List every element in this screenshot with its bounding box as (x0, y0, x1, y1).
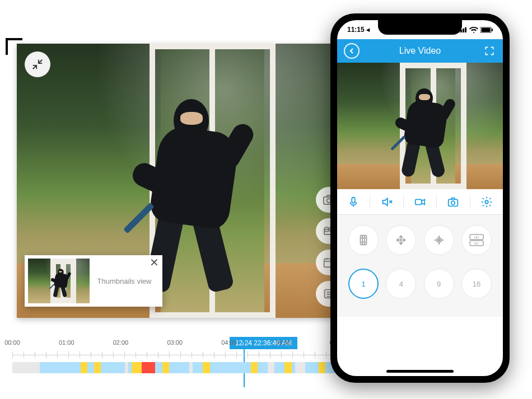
tick-label: 04:00 (221, 339, 237, 353)
mute-button[interactable] (370, 196, 403, 208)
svg-rect-12 (482, 27, 491, 32)
playback-button[interactable] (348, 225, 379, 255)
grid-option-4[interactable]: 4 (386, 269, 416, 299)
timeline-events[interactable] (12, 362, 353, 373)
control-panel: HDSD 14916 (337, 215, 503, 317)
ptz-button[interactable] (386, 225, 416, 255)
svg-point-20 (400, 239, 402, 241)
phone-device: 11:15 ◂ Live Video (330, 13, 510, 383)
tick-label: 00:00 (4, 339, 20, 353)
thumbnail-popup: Thumbnails view ✕ (25, 255, 162, 307)
svg-text:SD: SD (474, 242, 479, 245)
page-title: Live Video (337, 46, 503, 56)
timeline-track (12, 355, 353, 355)
status-indicators (458, 27, 493, 33)
snapshot-button[interactable] (437, 196, 470, 208)
phone-screen: 11:15 ◂ Live Video (337, 20, 503, 376)
grid-row: 14916 (348, 269, 492, 299)
close-icon[interactable]: ✕ (148, 256, 160, 269)
event-segment-yellow[interactable] (284, 362, 291, 373)
thumbnail-image[interactable] (28, 259, 90, 303)
tick-label: 03:00 (167, 339, 183, 353)
status-time: 11:15 ◂ (347, 26, 370, 34)
settings-button[interactable] (470, 196, 503, 208)
event-segment-yellow[interactable] (251, 362, 258, 373)
event-segment-yellow[interactable] (162, 362, 169, 373)
event-segment-red[interactable] (142, 362, 155, 373)
mic-button[interactable] (337, 196, 370, 208)
svg-rect-14 (352, 197, 355, 203)
svg-rect-19 (361, 236, 367, 245)
svg-rect-13 (492, 29, 493, 31)
tick-label: 05:00 (276, 339, 291, 353)
phone-notch (378, 20, 462, 35)
svg-point-22 (438, 240, 440, 241)
tick-label: 02:00 (113, 339, 129, 353)
svg-rect-15 (416, 199, 422, 204)
svg-rect-16 (449, 199, 458, 206)
record-button[interactable] (404, 196, 437, 208)
app-header: Live Video (337, 39, 503, 63)
fullscreen-icon[interactable] (483, 44, 496, 58)
video-toolbar (337, 189, 503, 215)
grid-option-9[interactable]: 9 (424, 269, 454, 299)
event-segment-yellow[interactable] (203, 362, 209, 373)
desktop-player: Thumbnails view ✕ 12/24 22:36:40 AM 00:0… (6, 39, 360, 373)
preset-button[interactable] (424, 225, 454, 255)
event-segment-yellow[interactable] (319, 362, 325, 373)
quality-button[interactable]: HDSD (461, 225, 492, 255)
battery-icon (480, 27, 493, 33)
timeline-ticks: 00:0001:0002:0003:0004:0005:0006:00 (12, 339, 353, 353)
event-segment-yellow[interactable] (94, 362, 101, 373)
wifi-icon (469, 27, 478, 33)
back-button[interactable] (344, 43, 360, 59)
timeline[interactable]: 00:0001:0002:0003:0004:0005:0006:00 (6, 323, 360, 373)
svg-rect-10 (465, 27, 466, 32)
feature-row: HDSD (348, 225, 492, 255)
svg-point-17 (451, 201, 455, 204)
tick-label: 01:00 (59, 339, 74, 353)
home-indicator[interactable] (386, 370, 454, 373)
video-viewport[interactable]: Thumbnails view ✕ (17, 44, 348, 318)
event-segment-yellow[interactable] (81, 362, 87, 373)
collapse-icon[interactable] (25, 51, 50, 77)
svg-point-18 (485, 200, 488, 204)
phone-video-view[interactable] (337, 63, 503, 189)
svg-rect-9 (463, 29, 464, 32)
grid-option-16[interactable]: 16 (461, 269, 492, 299)
svg-text:HD: HD (474, 236, 479, 239)
event-segment-yellow[interactable] (132, 362, 142, 373)
grid-option-1[interactable]: 1 (348, 269, 379, 299)
